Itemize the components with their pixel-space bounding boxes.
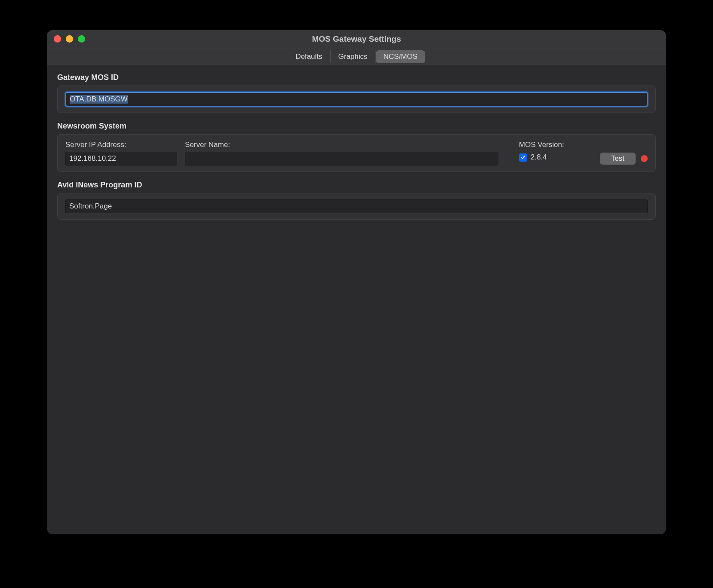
- server-name-field: Server Name:: [185, 141, 498, 165]
- checkmark-icon: [520, 155, 526, 160]
- gateway-mos-id-section: Gateway MOS ID: [57, 73, 656, 113]
- tab-ncs-mos[interactable]: NCS/MOS: [376, 50, 425, 63]
- newsroom-row: Server IP Address: Server Name: MOS Vers…: [65, 141, 648, 165]
- settings-window: MOS Gateway Settings Defaults Graphics N…: [47, 30, 666, 534]
- tabbar: Defaults Graphics NCS/MOS: [47, 48, 666, 65]
- mos-version-label: MOS Version:: [519, 141, 592, 149]
- server-name-input[interactable]: [185, 152, 498, 165]
- gateway-mos-id-label: Gateway MOS ID: [57, 73, 656, 82]
- avid-program-id-section: Avid iNews Program ID: [57, 181, 656, 220]
- mos-version-checkbox-wrap: 2.8.4: [519, 153, 592, 162]
- gateway-mos-id-box: [57, 86, 656, 113]
- tab-graphics[interactable]: Graphics: [331, 50, 376, 63]
- avid-program-id-input[interactable]: [65, 199, 648, 213]
- close-icon[interactable]: [54, 35, 61, 43]
- server-ip-label: Server IP Address:: [65, 141, 177, 149]
- test-button[interactable]: Test: [600, 153, 636, 165]
- newsroom-system-section: Newsroom System Server IP Address: Serve…: [57, 122, 656, 172]
- zoom-icon[interactable]: [78, 35, 85, 43]
- tab-group: Defaults Graphics NCS/MOS: [288, 50, 425, 63]
- gateway-mos-id-input[interactable]: [65, 92, 648, 107]
- newsroom-system-box: Server IP Address: Server Name: MOS Vers…: [57, 134, 656, 172]
- tab-defaults[interactable]: Defaults: [288, 50, 330, 63]
- connection-status-indicator: [641, 155, 648, 162]
- server-name-label: Server Name:: [185, 141, 498, 149]
- content-area: Gateway MOS ID Newsroom System Server IP…: [47, 65, 666, 534]
- server-ip-field: Server IP Address:: [65, 141, 177, 165]
- server-ip-input[interactable]: [65, 152, 177, 165]
- avid-program-id-label: Avid iNews Program ID: [57, 181, 656, 190]
- mos-version-value: 2.8.4: [531, 153, 547, 162]
- test-col: Test: [600, 153, 648, 165]
- titlebar: MOS Gateway Settings: [47, 30, 666, 48]
- traffic-lights: [54, 35, 85, 43]
- window-title: MOS Gateway Settings: [47, 34, 666, 44]
- avid-program-id-box: [57, 193, 656, 220]
- mos-version-checkbox[interactable]: [519, 153, 527, 162]
- mos-version-field: MOS Version: 2.8.4: [519, 141, 592, 162]
- minimize-icon[interactable]: [66, 35, 73, 43]
- newsroom-system-label: Newsroom System: [57, 122, 656, 131]
